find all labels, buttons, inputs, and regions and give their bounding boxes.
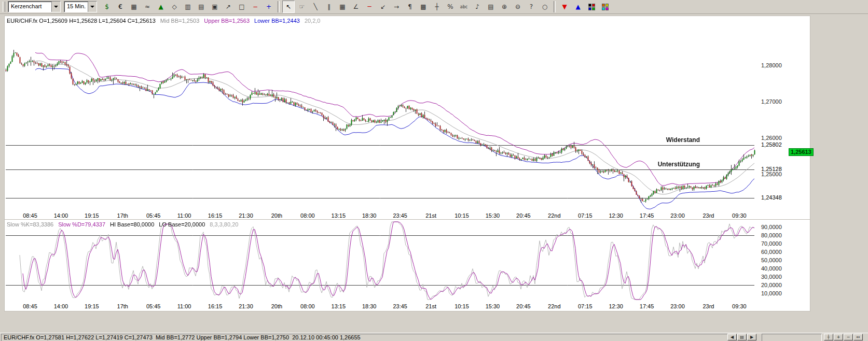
price-axis[interactable]: 1,280001,270001,260001,250001,258021,251…	[760, 16, 809, 219]
time-label: 17th	[117, 212, 128, 219]
alert-bell-icon[interactable]: ♪	[471, 1, 484, 13]
chart-type-dropdown-icon[interactable]	[51, 2, 60, 12]
print-icon[interactable]: ▤	[195, 1, 208, 13]
remove-item-icon[interactable]: −	[249, 1, 261, 13]
application-window: Kerzenchart 15 Min. $€▦≈▲◇▥▤▣↗□−+ ↖☞╲∥▦∠…	[0, 0, 868, 341]
area-chart-icon[interactable]: ▲	[155, 1, 167, 13]
percent-tool-icon[interactable]: %	[444, 1, 457, 13]
level-name-label[interactable]: Unterstützung	[601, 161, 700, 168]
time-label: 09:30	[732, 212, 747, 219]
time-label: 07:15	[578, 212, 593, 219]
header-segment: HI Base=80,0000	[110, 221, 154, 228]
pattern-tool-icon[interactable]: ▩	[417, 1, 430, 13]
stoch-scale-label: 20,0000	[761, 282, 782, 288]
zoom-out-tool-icon[interactable]: ⊖	[512, 1, 524, 13]
time-label: 13:15	[332, 212, 346, 219]
pointer-tool-icon[interactable]: ↖	[282, 1, 295, 13]
line-chart-icon[interactable]: ≈	[141, 1, 154, 13]
price-chart-canvas[interactable]	[5, 16, 757, 211]
level-name-label[interactable]: Widerstand	[601, 136, 700, 144]
timeframe-combo[interactable]: 15 Min.	[64, 1, 97, 12]
zoom-out-button[interactable]: −	[844, 334, 853, 340]
time-label: 18:30	[362, 303, 377, 309]
symbol-currency-up-icon[interactable]: $	[101, 1, 113, 13]
stoch-scale-label: 10,0000	[761, 290, 782, 296]
ellipse-tool-icon[interactable]: ○	[539, 1, 551, 13]
time-label: 12:30	[609, 212, 623, 219]
quote-board-icon[interactable]: ▦	[128, 1, 140, 13]
notes-calculator-icon[interactable]: ▤	[485, 1, 497, 13]
zoom-in-tool-icon[interactable]: ⊕	[498, 1, 511, 13]
arrow-down-tool-icon[interactable]: ↙	[377, 1, 389, 13]
copy-icon[interactable]: ▥	[182, 1, 194, 13]
price-time-axis[interactable]: 08:4514:0019:1517th05:4511:0016:1521:302…	[5, 212, 760, 220]
fit-width-button[interactable]: ↔	[853, 334, 863, 340]
status-gap-field	[762, 334, 822, 341]
time-label: 19:15	[85, 303, 99, 309]
time-label: 21st	[425, 212, 436, 219]
stochastic-axis[interactable]: 90,000080,000070,000060,000050,000040,00…	[760, 220, 809, 311]
price-scale-label: 1,26000	[761, 135, 782, 141]
time-label: 11:00	[177, 212, 191, 219]
price-level-value: 1,25802	[761, 141, 782, 148]
stochastic-time-axis[interactable]: 08:4514:0019:1517th05:4511:0016:1521:302…	[5, 303, 760, 310]
buy-arrow-icon[interactable]: ▲	[572, 1, 584, 13]
text-note-tool-icon[interactable]: ¶	[404, 1, 416, 13]
color-palette-2-icon[interactable]	[599, 1, 611, 13]
objects-icon[interactable]: ◇	[168, 1, 181, 13]
pan-button[interactable]: ┼	[824, 334, 833, 340]
page-left-button[interactable]: ◀	[727, 334, 737, 340]
parallel-lines-tool-icon[interactable]: ∥	[323, 1, 335, 13]
grid-tool-icon[interactable]: ▦	[336, 1, 349, 13]
timeframe-dropdown-icon[interactable]	[88, 2, 97, 12]
symbol-currency-down-icon[interactable]: €	[114, 1, 127, 13]
time-label: 10:15	[454, 212, 469, 219]
time-label: 16:15	[208, 212, 223, 219]
crosshair-tool-icon[interactable]: ┼	[431, 1, 443, 13]
stochastic-header: Slow %K=83,3386Slow %D=79,4337HI Base=80…	[7, 221, 243, 228]
toolbar-separator	[278, 1, 280, 12]
toolbar-grip[interactable]	[3, 2, 5, 12]
header-segment: Mid BB=1,2503	[160, 18, 200, 24]
header-segment: Upper BB=1,2563	[204, 18, 250, 24]
hand-tool-icon[interactable]: ☞	[296, 1, 308, 13]
save-icon[interactable]: ▣	[209, 1, 221, 13]
color-palette-1-icon[interactable]	[585, 1, 598, 13]
time-label: 05:45	[146, 212, 161, 219]
stoch-scale-label: 60,0000	[761, 249, 782, 255]
time-label: 23:00	[670, 212, 685, 219]
squiggle-tool-icon[interactable]: ?	[525, 1, 538, 13]
angle-tool-icon[interactable]: ∠	[350, 1, 362, 13]
keyboard-button[interactable]: ▤	[737, 334, 747, 340]
price-scale-label: 1,28000	[761, 62, 782, 68]
time-label: 13:15	[332, 303, 346, 309]
add-item-icon[interactable]: +	[263, 1, 275, 13]
main-toolbar: Kerzenchart 15 Min. $€▦≈▲◇▥▤▣↗□−+ ↖☞╲∥▦∠…	[0, 0, 868, 14]
toolbar-group-signals: ▼▲	[558, 1, 612, 13]
status-zoom-controls: ┼+−↔	[824, 334, 863, 340]
stochastic-canvas[interactable]	[5, 220, 757, 302]
arrow-right-tool-icon[interactable]: →	[390, 1, 403, 13]
abc-label-tool-icon[interactable]: abc	[458, 1, 470, 13]
time-label: 12:30	[609, 303, 623, 309]
zoom-in-button[interactable]: +	[834, 334, 843, 340]
header-segment: LO Base=20,0000	[159, 221, 205, 228]
timeframe-value: 15 Min.	[64, 2, 88, 12]
stochastic-pane[interactable]: Slow %K=83,3386Slow %D=79,4337HI Base=80…	[4, 219, 810, 311]
header-segment: 8,3,3,80,20	[210, 221, 238, 228]
header-segment: Lower BB=1,2443	[254, 18, 300, 24]
page-right-button[interactable]: ▶	[747, 334, 756, 340]
export-chart-icon[interactable]: ↗	[222, 1, 235, 13]
stoch-scale-label: 40,0000	[761, 265, 782, 272]
trendline-tool-icon[interactable]: ╲	[309, 1, 322, 13]
sell-arrow-icon[interactable]: ▼	[558, 1, 571, 13]
new-window-icon[interactable]: □	[236, 1, 248, 13]
stoch-scale-label: 70,0000	[761, 240, 782, 247]
time-label: 21st	[425, 303, 436, 309]
header-segment: Slow %D=79,4337	[58, 221, 105, 228]
chart-type-combo[interactable]: Kerzenchart	[8, 1, 61, 12]
time-label: 16:15	[208, 303, 223, 309]
price-chart-pane[interactable]: EUR/CHF.fx O=1,25609 H=1,25628 L=1,25604…	[4, 16, 810, 220]
time-label: 23rd	[702, 303, 714, 309]
horizontal-line-tool-icon[interactable]: ─	[363, 1, 376, 13]
